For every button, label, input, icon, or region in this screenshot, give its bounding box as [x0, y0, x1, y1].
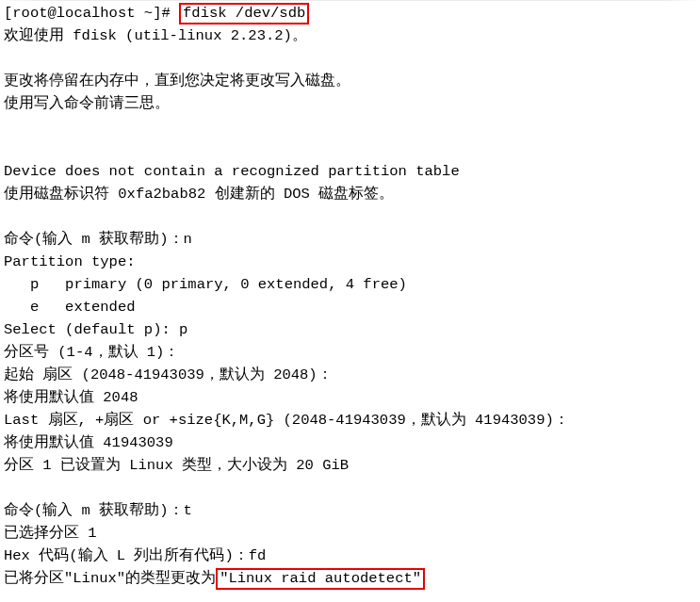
prompt-line: [root@localhost ~]# fdisk /dev/sdb [4, 2, 696, 24]
use-default-2: 将使用默认值 41943039 [4, 431, 696, 454]
blank-line [4, 205, 696, 228]
partition-number: 分区号 (1-4，默认 1)： [4, 341, 696, 364]
blank-line [4, 138, 696, 160]
input-fd: fd [249, 547, 267, 564]
cmd-label: 命令(输入 m 获取帮助)： [4, 231, 184, 248]
input-t: t [184, 502, 192, 519]
partition-set: 分区 1 已设置为 Linux 类型，大小设为 20 GiB [4, 454, 696, 477]
cmd-prompt-2: 命令(输入 m 获取帮助)：t [4, 499, 696, 522]
blank-line [4, 590, 696, 602]
welcome-line: 欢迎使用 fdisk (util-linux 2.23.2)。 [4, 24, 696, 47]
device-msg: Device does not contain a recognized par… [4, 160, 696, 183]
select-label: Select (default p): [4, 321, 179, 338]
ptype-primary: p primary (0 primary, 0 extended, 4 free… [4, 273, 696, 296]
blank-line [4, 47, 696, 70]
blank-line [4, 115, 696, 138]
type-changed: 已将分区"Linux"的类型更改为"Linux raid autodetect" [4, 567, 696, 590]
input-p: p [179, 321, 187, 338]
start-sector: 起始 扇区 (2048-41943039，默认为 2048)： [4, 364, 696, 386]
top-border-line [0, 0, 700, 1]
terminal-output: [root@localhost ~]# fdisk /dev/sdb 欢迎使用 … [4, 2, 696, 602]
hex-prompt: Hex 代码(输入 L 列出所有代码)：fd [4, 545, 696, 567]
disk-identifier: 使用磁盘标识符 0xfa2bab82 创建新的 DOS 磁盘标签。 [4, 183, 696, 205]
changes-note-2: 使用写入命令前请三思。 [4, 92, 696, 115]
select-default: Select (default p): p [4, 318, 696, 341]
command-text: fdisk /dev/sdb [183, 5, 305, 22]
changes-note-1: 更改将停留在内存中，直到您决定将更改写入磁盘。 [4, 70, 696, 92]
changed-type-text: "Linux raid autodetect" [220, 570, 421, 587]
command-highlight: fdisk /dev/sdb [179, 3, 309, 24]
ptype-header: Partition type: [4, 251, 696, 273]
selected-partition: 已选择分区 1 [4, 522, 696, 545]
shell-prompt: [root@localhost ~]# [4, 5, 179, 22]
changed-prefix: 已将分区"Linux"的类型更改为 [4, 570, 216, 587]
last-sector: Last 扇区, +扇区 or +size{K,M,G} (2048-41943… [4, 409, 696, 431]
use-default-1: 将使用默认值 2048 [4, 386, 696, 409]
hex-label: Hex 代码(输入 L 列出所有代码)： [4, 547, 249, 564]
ptype-extended: e extended [4, 296, 696, 318]
cmd-label: 命令(输入 m 获取帮助)： [4, 502, 184, 519]
type-highlight: "Linux raid autodetect" [216, 568, 425, 590]
input-n: n [184, 231, 192, 248]
blank-line [4, 477, 696, 499]
cmd-prompt-1: 命令(输入 m 获取帮助)：n [4, 228, 696, 251]
